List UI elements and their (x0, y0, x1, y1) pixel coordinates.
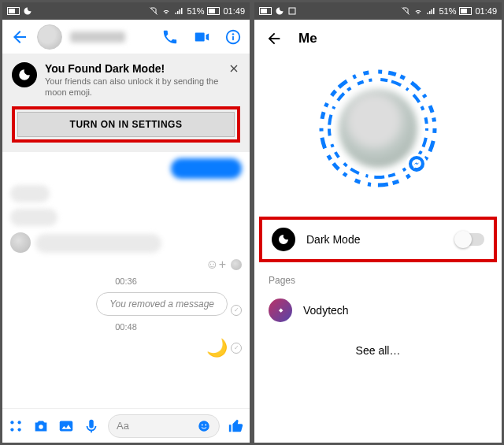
profile-code[interactable] (254, 57, 502, 215)
timestamp: 00:36 (10, 276, 242, 286)
call-icon[interactable] (161, 28, 179, 46)
composer: Aa (2, 408, 250, 443)
battery-icon-small (7, 7, 20, 15)
sent-check-icon: ✓ (231, 305, 242, 316)
dark-mode-toggle[interactable] (456, 233, 484, 246)
svg-rect-8 (60, 421, 73, 431)
back-icon[interactable] (265, 30, 283, 47)
chat-body[interactable]: ☺+ 00:36 You removed a message ✓ 00:48 🌙… (2, 152, 250, 408)
timestamp: 00:48 (10, 322, 242, 332)
battery-icon (207, 7, 220, 15)
highlight-box: Dark Mode (259, 217, 497, 262)
battery-pct: 51% (187, 6, 204, 16)
status-bar: 51% 01:49 (2, 2, 250, 20)
apps-icon[interactable] (7, 417, 24, 435)
banner-title: You Found Dark Mode! (45, 62, 220, 75)
svg-rect-2 (232, 35, 234, 40)
sent-check-icon: ✓ (231, 343, 242, 354)
signal-icon (174, 6, 183, 16)
svg-point-4 (17, 421, 20, 424)
svg-point-5 (10, 428, 13, 431)
wifi-icon (413, 6, 423, 16)
close-icon[interactable] (228, 62, 240, 75)
signal-icon (426, 6, 435, 16)
dark-mode-banner: You Found Dark Mode! Your friends can al… (2, 54, 250, 152)
video-icon[interactable] (193, 28, 210, 46)
screenshot-icon (287, 6, 297, 16)
contact-name[interactable] (70, 32, 125, 43)
clock: 01:49 (223, 6, 245, 16)
settings-header: Me (254, 20, 502, 57)
sender-avatar[interactable] (10, 232, 31, 253)
gallery-icon[interactable] (57, 417, 75, 435)
svg-point-6 (17, 428, 20, 431)
like-icon[interactable] (228, 417, 245, 435)
phone-chat: 51% 01:49 You Found Dark Mode! Your frie… (2, 2, 250, 443)
battery-icon (459, 7, 472, 15)
info-icon[interactable] (224, 28, 242, 46)
wifi-icon (161, 6, 171, 16)
moon-status-icon (275, 6, 284, 16)
highlight-box: TURN ON IN SETTINGS (12, 106, 240, 143)
svg-rect-9 (89, 419, 94, 428)
banner-subtitle: Your friends can also unlock it by sendi… (45, 76, 220, 98)
see-all-link[interactable]: See all… (254, 330, 502, 371)
svg-point-7 (39, 425, 43, 429)
profile-picture (339, 89, 417, 168)
camera-icon[interactable] (32, 417, 50, 435)
svg-point-3 (10, 421, 13, 424)
removed-message: You removed a message (96, 292, 228, 316)
seen-indicator (231, 259, 242, 270)
no-sim-icon (149, 6, 158, 16)
status-bar: 51% 01:49 (254, 2, 502, 20)
svg-point-1 (232, 33, 234, 35)
clock: 01:49 (475, 6, 497, 16)
sticker-icon[interactable]: ☺+ (206, 258, 226, 272)
mic-icon[interactable] (83, 417, 100, 435)
page-item[interactable]: ◆ Vodytech (254, 291, 502, 330)
moon-icon (272, 228, 295, 251)
back-icon[interactable] (10, 28, 29, 46)
dark-mode-row[interactable]: Dark Mode (262, 220, 494, 259)
battery-pct: 51% (439, 6, 456, 16)
moon-status-icon (23, 6, 32, 16)
moon-badge-icon (12, 62, 37, 87)
chat-header (2, 20, 250, 54)
svg-rect-13 (289, 8, 295, 14)
svg-point-12 (205, 424, 206, 425)
page-avatar: ◆ (269, 299, 292, 322)
messenger-badge-icon (406, 154, 427, 174)
svg-point-11 (202, 424, 203, 425)
page-name: Vodytech (303, 304, 349, 317)
compose-input[interactable]: Aa (108, 414, 220, 438)
dark-mode-label: Dark Mode (306, 233, 360, 246)
no-sim-icon (401, 6, 410, 16)
pages-section-label: Pages (254, 270, 502, 291)
turn-on-settings-button[interactable]: TURN ON IN SETTINGS (17, 112, 235, 137)
emoji-icon[interactable] (197, 419, 211, 433)
compose-placeholder: Aa (117, 420, 129, 432)
page-title: Me (298, 31, 317, 46)
moon-emoji-message: 🌙 (206, 338, 228, 358)
phone-settings: 51% 01:49 Me Dark Mode Pages (254, 2, 502, 443)
svg-point-10 (198, 421, 209, 432)
contact-avatar[interactable] (37, 24, 62, 50)
battery-icon-small (259, 7, 272, 15)
